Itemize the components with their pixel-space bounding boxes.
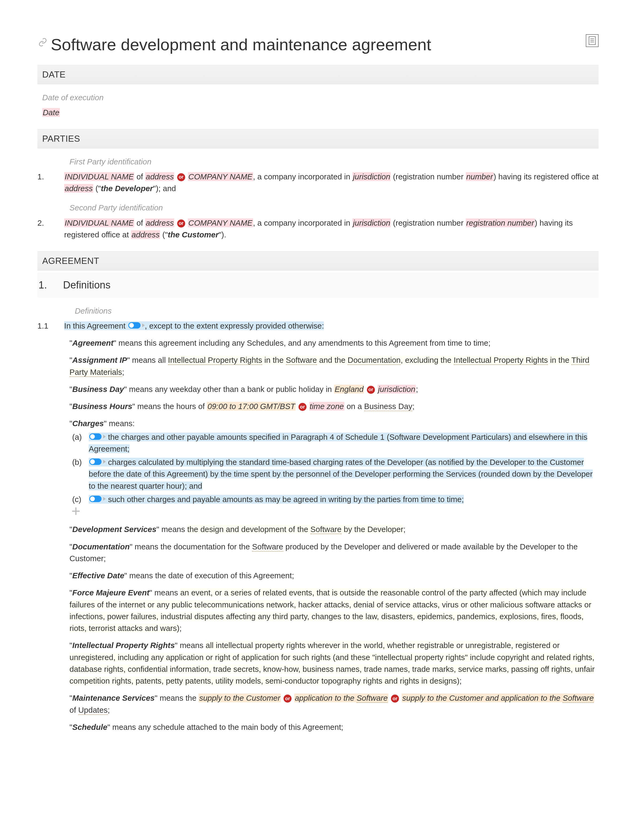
individual-name-field[interactable]: INDIVIDUAL NAME [64,218,134,227]
party1-body: INDIVIDUAL NAME of address or COMPANY NA… [64,171,598,195]
charges-c-label: (c) [72,494,85,505]
jurisdiction-field[interactable]: jurisdiction [353,218,391,227]
definitions-label: Definitions [75,305,598,317]
jurisdiction-field[interactable]: jurisdiction [378,385,416,393]
reg-number-field[interactable]: registration number [466,218,535,227]
add-item-icon[interactable] [72,507,80,515]
or-pill[interactable]: or [283,695,291,703]
timezone-field[interactable]: time zone [309,402,345,411]
def-schedule: "Schedule" means any schedule attached t… [69,721,598,733]
number-field[interactable]: number [466,172,494,181]
england-field[interactable]: England [334,385,364,393]
address-field-2[interactable]: address [64,184,93,193]
def-business-day: "Business Day" means any weekday other t… [69,384,598,395]
def-ipr: "Intellectual Property Rights" means all… [69,639,598,687]
address-field[interactable]: address [145,172,174,181]
def-charges: "Charges" means: (a) the charges and oth… [69,418,598,518]
address-field-2[interactable]: address [131,230,160,239]
address-field[interactable]: address [145,218,174,227]
individual-name-field[interactable]: INDIVIDUAL NAME [64,172,134,181]
maint-opt1[interactable]: supply to the Customer [198,693,280,702]
or-pill[interactable]: or [177,219,185,227]
charges-b-label: (b) [72,456,85,468]
def-assignment-ip: "Assignment IP" means all Intellectual P… [69,354,598,378]
section-date-heading: DATE [38,65,598,84]
jurisdiction-field[interactable]: jurisdiction [353,172,391,181]
toggle-control[interactable] [89,458,106,465]
charges-b-body: charges calculated by multiplying the st… [89,458,593,490]
party1-number: 1. [38,171,59,183]
def-force-majeure: "Force Majeure Event" means an event, or… [69,587,598,634]
def-dev-services: "Development Services" means the design … [69,523,598,535]
anchor-link-icon[interactable] [38,37,48,47]
or-pill[interactable]: or [367,386,375,394]
def-documentation: "Documentation" means the documentation … [69,541,598,565]
document-title: Software development and maintenance agr… [51,32,586,57]
or-pill[interactable]: or [299,403,307,411]
definitions-heading: 1. Definitions [38,273,598,298]
def-business-hours: "Business Hours" means the hours of 09:0… [69,401,598,412]
toc-button[interactable] [586,34,598,47]
party1-label: First Party identification [69,156,598,167]
developer-term: the Developer [101,184,153,193]
company-name-field[interactable]: COMPANY NAME [188,172,253,181]
charges-a-label: (a) [72,431,85,443]
party2-body: INDIVIDUAL NAME of address or COMPANY NA… [64,217,598,241]
clause-1-1-intro: In this Agreement , except to the extent… [64,320,598,332]
or-pill[interactable]: or [177,173,185,181]
company-name-field[interactable]: COMPANY NAME [188,218,253,227]
or-pill[interactable]: or [391,695,399,703]
party2-number: 2. [38,217,59,229]
toggle-control[interactable] [128,322,145,328]
customer-term: the Customer [168,230,219,239]
def-maintenance: "Maintenance Services" means the supply … [69,692,598,716]
toggle-control[interactable] [89,496,106,502]
hours-field[interactable]: 09:00 to 17:00 GMT/BST [207,402,296,411]
def-agreement: "Agreement" means this agreement includi… [69,337,598,349]
section-parties-heading: PARTIES [38,129,598,148]
date-field[interactable]: Date [42,108,60,117]
toc-icon [589,36,596,45]
clause-1-1-number: 1.1 [38,320,59,332]
charges-c-body: such other charges and payable amounts a… [89,495,464,504]
toggle-control[interactable] [89,433,106,440]
section-agreement-heading: AGREEMENT [38,251,598,270]
def-effective-date: "Effective Date" means the date of execu… [69,570,598,581]
party2-label: Second Party identification [69,202,598,214]
charges-a-body: the charges and other payable amounts sp… [89,433,587,453]
date-label: Date of execution [42,92,598,103]
